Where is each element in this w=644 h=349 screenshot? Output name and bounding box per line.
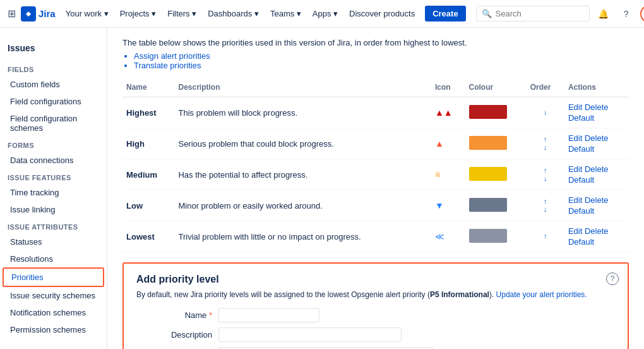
sidebar-item-time-tracking[interactable]: Time tracking — [3, 184, 104, 201]
settings-button[interactable]: ⚙ — [640, 5, 644, 23]
edit-link[interactable]: Edit — [568, 164, 582, 174]
priority-order: ↑ ↓ — [527, 128, 564, 159]
priority-icon: ≡ — [431, 159, 465, 190]
menu-item-discover[interactable]: Discover products — [344, 6, 420, 21]
priority-description: Has the potential to affect progress. — [174, 159, 431, 190]
order-up-button[interactable]: ↑ — [530, 166, 561, 174]
priority-colour — [465, 190, 527, 221]
menu-item-projects[interactable]: Projects ▾ — [115, 6, 162, 21]
priority-colour — [465, 128, 527, 159]
label-name: Name * — [136, 308, 218, 320]
search-icon: 🔍 — [482, 9, 492, 18]
top-navigation: ⊞ ◆ Jira Your work ▾ Projects ▾ Filters … — [0, 0, 644, 28]
order-down-button[interactable]: ↓ — [530, 144, 561, 152]
delete-link[interactable]: Delete — [585, 133, 609, 143]
top-menu: Your work ▾ Projects ▾ Filters ▾ Dashboa… — [61, 6, 420, 21]
delete-link[interactable]: Delete — [585, 195, 609, 205]
default-link[interactable]: Default — [568, 175, 594, 185]
delete-link[interactable]: Delete — [585, 164, 609, 174]
table-row: Medium Has the potential to affect progr… — [122, 159, 629, 190]
grid-icon[interactable]: ⊞ — [8, 8, 16, 20]
priority-name: Highest — [122, 97, 174, 128]
priority-icon: ▲ — [431, 128, 465, 159]
assign-alert-priorities-link[interactable]: Assign alert priorities — [134, 51, 629, 61]
sidebar-item-resolutions[interactable]: Resolutions — [3, 250, 104, 267]
priority-icon: ≪ — [431, 221, 465, 252]
sidebar-section-issue-features: ISSUE FEATURES — [0, 169, 107, 184]
search-box[interactable]: 🔍 — [476, 6, 590, 21]
create-button[interactable]: Create — [425, 6, 465, 21]
sidebar-item-issue-security-schemes[interactable]: Issue security schemes — [3, 287, 104, 304]
search-input[interactable] — [496, 9, 571, 18]
help-button[interactable]: ? — [617, 5, 635, 23]
table-row: Lowest Trivial problem with little or no… — [122, 221, 629, 252]
priority-name: Low — [122, 190, 174, 221]
sidebar-item-statuses[interactable]: Statuses — [3, 233, 104, 250]
order-up-button[interactable]: ↑ — [530, 232, 561, 240]
description-input[interactable] — [218, 328, 402, 342]
order-down-button[interactable]: ↓ — [530, 205, 561, 214]
sidebar-item-data-connections[interactable]: Data connections — [3, 152, 104, 169]
sidebar-item-issue-linking[interactable]: Issue linking — [3, 201, 104, 218]
table-row: High Serious problem that could block pr… — [122, 128, 629, 159]
priority-order: ↑ — [527, 221, 564, 252]
order-down-button[interactable]: ↓ — [530, 174, 561, 183]
links-list: Assign alert priorities Translate priori… — [122, 51, 629, 70]
order-down-button[interactable]: ↓ — [530, 108, 561, 116]
help-icon[interactable]: ? — [606, 272, 619, 285]
form-row-name: Name * — [136, 308, 615, 322]
intro-text: The table below shows the priorities use… — [122, 38, 629, 47]
priority-actions: Edit Delete Default — [564, 221, 629, 252]
priority-colour — [465, 159, 527, 190]
add-form-note: By default, new Jira priority levels wil… — [136, 290, 615, 299]
default-link[interactable]: Default — [568, 206, 594, 216]
menu-item-apps[interactable]: Apps ▾ — [307, 6, 343, 21]
priority-actions: Edit Delete Default — [564, 97, 629, 128]
col-header-order: Order — [527, 78, 564, 97]
sidebar-item-field-configurations[interactable]: Field configurations — [3, 93, 104, 110]
default-link[interactable]: Default — [568, 113, 594, 123]
sidebar-item-permission-schemes[interactable]: Permission schemes — [3, 321, 104, 338]
delete-link[interactable]: Delete — [585, 226, 609, 236]
col-header-name: Name — [122, 78, 174, 97]
menu-item-teams[interactable]: Teams ▾ — [265, 6, 306, 21]
delete-link[interactable]: Delete — [585, 102, 609, 112]
sidebar-item-notification-schemes[interactable]: Notification schemes — [3, 304, 104, 321]
form-row-description: Description — [136, 328, 615, 342]
priorities-table: Name Description Icon Colour Order Actio… — [122, 78, 629, 252]
notifications-button[interactable]: 🔔 — [595, 5, 612, 23]
name-input[interactable] — [218, 308, 319, 322]
default-link[interactable]: Default — [568, 237, 594, 247]
priority-name: Lowest — [122, 221, 174, 252]
edit-link[interactable]: Edit — [568, 102, 582, 112]
edit-link[interactable]: Edit — [568, 195, 582, 205]
update-alert-priorities-link[interactable]: Update your alert priorities. — [496, 290, 587, 299]
menu-item-your-work[interactable]: Your work ▾ — [61, 6, 114, 21]
page-layout: Issues FIELDS Custom fields Field config… — [0, 28, 644, 349]
sidebar-section-fields: FIELDS — [0, 61, 107, 76]
table-row: Low Minor problem or easily worked aroun… — [122, 190, 629, 221]
col-header-icon: Icon — [431, 78, 465, 97]
add-form-title: Add priority level — [136, 274, 615, 285]
order-up-button[interactable]: ↑ — [530, 197, 561, 205]
edit-link[interactable]: Edit — [568, 226, 582, 236]
sidebar-item-custom-fields[interactable]: Custom fields — [3, 76, 104, 93]
priority-icon: ▼ — [431, 190, 465, 221]
translate-priorities-link[interactable]: Translate priorities — [134, 61, 629, 70]
priority-actions: Edit Delete Default — [564, 159, 629, 190]
priority-name: High — [122, 128, 174, 159]
sidebar-item-priorities[interactable]: Priorities — [3, 267, 104, 287]
menu-item-filters[interactable]: Filters ▾ — [162, 6, 201, 21]
menu-item-dashboards[interactable]: Dashboards ▾ — [203, 6, 264, 21]
jira-logo-icon: ◆ — [21, 6, 36, 21]
sidebar-item-field-config-schemes[interactable]: Field configuration schemes — [3, 110, 104, 137]
jira-logo[interactable]: ◆ Jira — [21, 6, 56, 21]
edit-link[interactable]: Edit — [568, 133, 582, 143]
default-link[interactable]: Default — [568, 144, 594, 154]
priority-description: Trivial problem with little or no impact… — [174, 221, 431, 252]
sidebar-top-label: Issues — [0, 38, 107, 58]
priority-colour — [465, 97, 527, 128]
order-up-button[interactable]: ↑ — [530, 135, 561, 144]
note-bold: P5 Informational — [430, 290, 489, 299]
priority-description: This problem will block progress. — [174, 97, 431, 128]
